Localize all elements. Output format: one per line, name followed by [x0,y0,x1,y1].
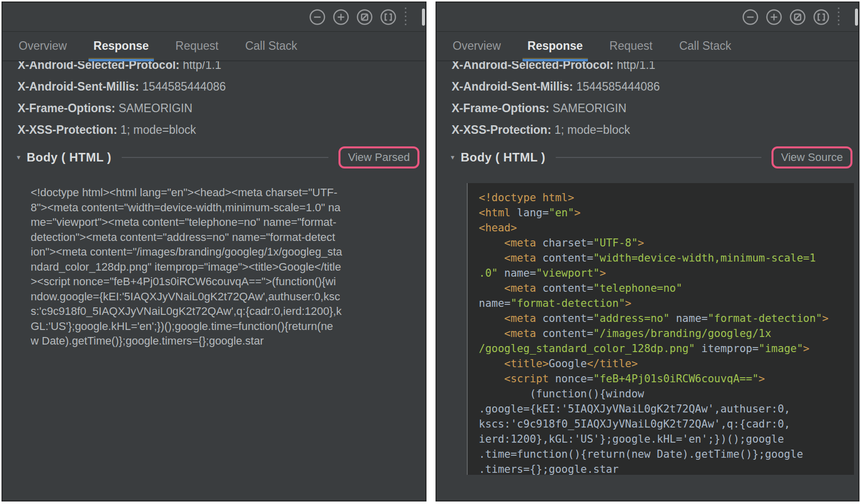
code-token-str: "/images/branding/googleg/1x [593,327,771,340]
fit-to-screen-icon[interactable] [380,9,397,26]
code-token-tag: <script [479,373,555,385]
code-token-str: "image" [758,343,803,355]
zoom-out-icon[interactable] [309,9,326,26]
code-token-tag: </title> [587,358,638,370]
tab-label: Response [94,39,149,52]
header-value: SAMEORIGIN [553,102,627,115]
code-token-tag: <meta [479,327,542,340]
tab-request[interactable]: Request [175,32,220,60]
code-line: <title>Google</title> [479,356,852,371]
header-key: X-Android-Selected-Protocol: [18,61,180,71]
code-line: /googleg_standard_color_128dp.png" itemp… [479,341,852,356]
code-line: ierd:1200},kGL:'US'};google.kHL='en';})(… [479,432,852,447]
code-token-tag: > [599,267,606,279]
code-line: <head> [479,220,852,235]
tab-overview[interactable]: Overview [452,32,502,60]
header-value: 1544585444086 [576,80,660,93]
code-line: <meta content="address=no" name="format-… [479,311,852,326]
body-text-line: me="viewport"><meta content="telephone=n… [31,215,411,230]
body-text-line: detection"><meta content="address=no" na… [31,230,411,245]
scrollbar-thumb[interactable] [855,9,858,26]
body-text-line: ndard_color_128dp.png" itemprop="image">… [31,260,411,275]
view-parsed-button[interactable]: View Parsed [338,146,419,169]
view-source-button[interactable]: View Source [771,146,852,169]
body-section-header: ▼ Body ( HTML ) View Source [437,145,858,170]
code-token-text: Google [549,358,587,370]
body-text-line: w Date).getTime()};google.timers={};goog… [31,333,411,349]
body-text-line: ><script nonce="feB+4Pj01s0iRCW6couvqA==… [31,274,411,289]
scrollbar-thumb[interactable] [422,9,425,26]
zoom-out-icon[interactable] [742,9,759,26]
collapse-arrow-icon[interactable]: ▼ [450,154,456,161]
code-token-attr: charset= [542,237,593,249]
body-section-header: ▼ Body ( HTML ) View Parsed [3,145,425,170]
tab-label: Request [610,39,653,52]
tab-call-stack[interactable]: Call Stack [678,32,732,60]
code-token-str: "address=no" [593,312,670,324]
zoom-in-icon[interactable] [332,9,350,26]
header-row: X-Android-Sent-Millis: 1544585444086 [18,80,425,93]
header-row: X-XSS-Protection: 1; mode=block [452,123,858,136]
body-text-line: GL:'US'};google.kHL='en';})();google.tim… [31,319,411,334]
code-token-text: .timers={};google.star [479,463,619,475]
code-token-attr: content= [542,327,593,340]
zoom-toolbar [437,3,858,32]
tab-overview[interactable]: Overview [18,32,68,60]
code-token-tag: <meta [479,252,542,264]
tab-request[interactable]: Request [609,32,654,60]
reset-zoom-icon[interactable] [356,9,373,26]
divider [556,157,761,158]
code-token-str: "telephone=no" [593,282,682,294]
tab-response[interactable]: Response [527,32,584,60]
code-token-str: /googleg_standard_color_128dp.png" [479,343,695,355]
header-key: X-Frame-Options: [452,102,549,115]
zoom-controls [309,9,397,26]
header-value: 1; mode=block [554,123,630,136]
header-row: X-Android-Selected-Protocol: http/1.1 [18,61,425,71]
code-token-str: "en" [549,207,574,219]
code-token-tag: <!doctype html> [479,192,574,204]
code-line: .timers={};google.star [479,462,852,475]
header-key: X-XSS-Protection: [18,123,117,136]
toolbar-separator [405,8,406,27]
reset-zoom-icon[interactable] [789,9,806,26]
code-token-tag: > [625,297,632,309]
header-row: X-Frame-Options: SAMEORIGIN [18,102,425,115]
view-source-label: View Source [781,151,843,163]
code-line: (function(){window [479,386,852,401]
code-token-attr: name= [669,312,708,324]
header-row: X-Android-Sent-Millis: 1544585444086 [452,80,858,93]
code-token-attr: content= [542,312,593,324]
response-headers: X-Android-Selected-Protocol: http/1.1X-A… [3,61,425,136]
body-text-line: ndow.google={kEI:'5IAQXJyVNaiL0gK2t72QAw… [31,289,411,304]
header-key: X-Android-Sent-Millis: [452,80,573,93]
tab-response[interactable]: Response [93,32,150,60]
fit-to-screen-icon[interactable] [813,9,830,26]
code-line: <meta content="/images/branding/googleg/… [479,326,852,341]
code-token-str: "UTF-8" [593,237,638,249]
header-value: 1544585444086 [142,80,226,93]
code-line: <meta charset="UTF-8"> [479,235,852,250]
code-token-str: .0" [479,267,504,279]
header-value: SAMEORIGIN [119,102,193,115]
tab-label: Request [176,39,219,52]
code-token-attr: name= [479,297,510,309]
code-token-attr: nonce= [555,373,593,385]
code-token-attr: content= [542,252,593,264]
view-parsed-label: View Parsed [348,151,410,163]
code-token-attr: content= [542,282,593,294]
code-token-text: (function(){window [479,388,644,400]
body-text-line: <!doctype html><html lang="en"><head><me… [31,185,411,200]
response-body-source-code: <!doctype html><html lang="en"><head> <m… [467,183,854,475]
code-token-tag: <html [479,207,517,219]
body-section-label: Body ( HTML ) [27,150,112,164]
code-token-attr: lang= [517,207,549,219]
zoom-in-icon[interactable] [765,9,783,26]
code-token-tag: <title> [479,358,549,370]
tab-call-stack[interactable]: Call Stack [244,32,298,60]
header-value: http/1.1 [617,61,655,71]
collapse-arrow-icon[interactable]: ▼ [16,154,22,161]
code-line: <script nonce="feB+4Pj01s0iRCW6couvqA=="… [479,371,852,386]
code-token-tag: > [638,237,644,249]
body-text-line: s:'c9c918f0_5IAQXJyVNaiL0gK2t72QAw',q:{c… [31,304,411,319]
